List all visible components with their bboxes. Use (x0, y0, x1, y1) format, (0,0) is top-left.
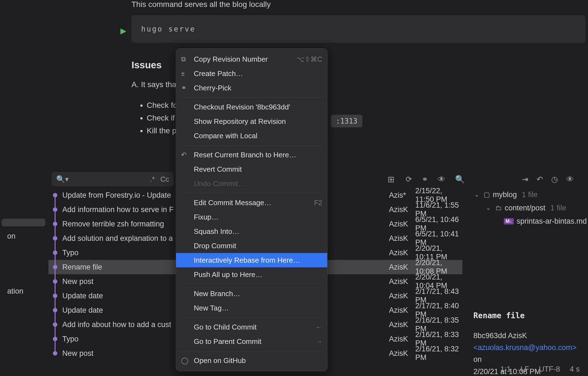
markdown-text: This command serves all the blog locally (131, 0, 271, 9)
regex-toggle[interactable]: .* (150, 175, 155, 184)
code-block[interactable]: hugo serve (131, 15, 586, 43)
undo-icon[interactable]: ↶ (537, 175, 543, 184)
commit-author: AzisK (389, 205, 408, 214)
menu-separator (179, 193, 324, 193)
menu-separator (179, 317, 324, 318)
commit-author: AzisK (389, 220, 408, 228)
menu-checkout-revision[interactable]: Checkout Revision '8bc963dd' (176, 100, 327, 114)
graph-dot (53, 337, 57, 341)
file-count: 1 file (550, 204, 566, 212)
commit-author: AzisK (389, 263, 408, 271)
commit-author: AzisK (389, 335, 408, 343)
commit-message: Add solution and explanation to a (62, 234, 173, 243)
run-icon[interactable]: ▶ (120, 26, 127, 35)
shortcut: ⌥⇧⌘C (296, 55, 322, 63)
new-commit-icon[interactable]: ⊞ (388, 174, 394, 184)
refresh-icon[interactable]: ⟳ (406, 175, 412, 184)
menu-separator (179, 284, 324, 284)
commit-author: AzisK (389, 277, 408, 286)
shortcut: F2 (314, 199, 322, 207)
graph-dot (53, 308, 57, 312)
commit-message: Rename file (62, 263, 102, 271)
tree-folder-label: content/post (505, 204, 545, 212)
menu-reset-branch[interactable]: ↶Reset Current Branch to Here… (176, 148, 327, 162)
bullet-item: Kill the p (147, 126, 177, 135)
file-tree-panel: ⌄ ▢ myblog 1 file ⌄ 🗀 content/post 1 fil… (466, 188, 588, 228)
github-icon: ◯ (181, 357, 189, 364)
menu-new-tag[interactable]: New Tag… (176, 301, 327, 315)
case-toggle[interactable]: Cc (160, 175, 169, 184)
commit-message: Update from Forestry.io - Update (62, 191, 171, 200)
menu-open-github[interactable]: ◯Open on GitHub (176, 353, 327, 368)
commit-message: Remove terrible zsh formatting (62, 220, 164, 228)
issue-list: Check fo Check if Kill the p (147, 101, 177, 139)
graph-dot (53, 236, 57, 241)
tree-folder[interactable]: ⌄ 🗀 content/post 1 file (466, 201, 588, 215)
menu-separator (179, 97, 324, 98)
menu-show-repo[interactable]: Show Repository at Revision (176, 114, 327, 129)
menu-new-branch[interactable]: New Branch… (176, 286, 327, 301)
graph-dot (53, 279, 57, 284)
encoding[interactable]: UTF-8 (539, 365, 560, 374)
graph-dot (53, 250, 57, 255)
issues-heading: Issues (131, 59, 162, 70)
chevron-down-icon: ⌄ (474, 191, 481, 198)
collapse-icon[interactable]: ⇥ (522, 175, 528, 184)
menu-go-parent[interactable]: Go to Parent Commit→ (176, 334, 327, 349)
commit-author: AzisK (389, 349, 408, 358)
cursor-position[interactable]: 1:1 (500, 365, 511, 374)
sidebar-item-on[interactable]: on (2, 228, 45, 244)
menu-interactive-rebase[interactable]: Interactively Rebase from Here… (176, 253, 327, 267)
commit-message: Update date (62, 306, 103, 315)
menu-copy-revision[interactable]: ⧉Copy Revision Number⌥⇧⌘C (176, 52, 327, 66)
menu-edit-message[interactable]: Edit Commit Message…F2 (176, 195, 327, 210)
tree-root-label: myblog (493, 190, 517, 199)
menu-push-up-to-here[interactable]: Push All up to Here… (176, 267, 327, 282)
menu-separator (179, 145, 324, 145)
search-log-icon[interactable]: 🔍 (455, 175, 465, 184)
menu-cherry-pick[interactable]: ⚭Cherry-Pick (176, 81, 327, 95)
menu-drop-commit[interactable]: Drop Commit (176, 239, 327, 253)
commit-author: AzisK (389, 234, 408, 243)
search-input[interactable]: 🔍▾ .* Cc (52, 172, 174, 186)
code-content: hugo serve (141, 25, 196, 33)
menu-compare-local[interactable]: Compare with Local (176, 129, 327, 143)
eye-icon[interactable]: 👁 (438, 175, 445, 184)
copy-icon: ⧉ (181, 55, 189, 63)
commit-author: AzisK (389, 306, 408, 315)
detail-suffix: on (473, 355, 482, 364)
tree-root[interactable]: ⌄ ▢ myblog 1 file (466, 188, 588, 201)
menu-revert-commit[interactable]: Revert Commit (176, 162, 327, 176)
commit-message: Add information how to serve in F (62, 205, 174, 214)
commit-message: Update date (62, 292, 103, 300)
menu-separator (179, 351, 324, 351)
menu-create-patch[interactable]: ±Create Patch… (176, 66, 327, 81)
module-icon: ▢ (484, 191, 490, 199)
sidebar-item[interactable] (2, 219, 45, 226)
menu-undo-commit: Undo Commit… (176, 176, 327, 191)
commit-message: Add info about how to add a cust (62, 320, 171, 329)
preview-icon[interactable]: 👁 (566, 175, 574, 184)
commit-message: Typo (62, 335, 79, 343)
commit-author: Azis* (389, 191, 406, 200)
menu-fixup[interactable]: Fixup… (176, 210, 327, 224)
menu-go-child[interactable]: Go to Child Commit← (176, 320, 327, 334)
line-ending[interactable]: LF (520, 365, 529, 374)
graph-dot (53, 351, 57, 356)
graph-dot (53, 294, 57, 298)
graph-dot (53, 222, 57, 226)
commit-author: AzisK (389, 292, 408, 300)
folder-icon: 🗀 (495, 204, 502, 212)
tree-file-label: sprintas-ar-bintas.md (517, 217, 587, 226)
search-icon: 🔍▾ (56, 175, 69, 184)
commit-message: Typo (62, 249, 79, 257)
patch-icon: ± (181, 70, 189, 77)
indent[interactable]: 4 s (570, 365, 580, 374)
detail-email-link[interactable]: <azuolas.krusna@yahoo.com> (473, 343, 577, 352)
detail-hash: 8bc963dd (473, 331, 506, 340)
history-icon[interactable]: ◷ (551, 175, 558, 184)
sidebar-item-ation[interactable]: ation (2, 283, 45, 299)
tree-file[interactable]: M↓ sprintas-ar-bintas.md (466, 215, 588, 228)
menu-squash[interactable]: Squash Into… (176, 224, 327, 239)
cherry-pick-icon[interactable]: ⚭ (422, 175, 428, 184)
